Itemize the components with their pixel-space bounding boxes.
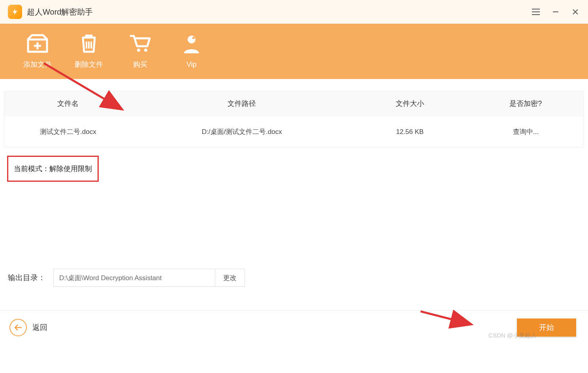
back-button[interactable]: 返回 [9, 319, 47, 336]
cart-icon [129, 34, 151, 53]
output-dir-label: 输出目录： [8, 273, 45, 283]
hamburger-icon [532, 8, 540, 15]
minimize-icon [552, 8, 559, 15]
output-dir-row: 输出目录： 更改 [8, 269, 245, 287]
delete-file-button[interactable]: 删除文件 [71, 34, 107, 69]
cell-filesize: 12.56 KB [352, 128, 468, 136]
buy-button[interactable]: 购买 [122, 34, 158, 69]
header-encrypted: 是否加密? [468, 99, 584, 108]
close-icon [572, 8, 579, 15]
output-dir-input[interactable] [53, 269, 215, 287]
add-file-icon [26, 34, 49, 53]
content-area: 文件名 文件路径 文件大小 是否加密? 测试文件二号.docx D:/桌面/测试… [0, 79, 588, 182]
main-toolbar: 添加文件 删除文件 购买 [0, 24, 588, 79]
add-file-label: 添加文件 [23, 60, 52, 69]
current-mode-text: 当前模式：解除使用限制 [14, 165, 92, 173]
cell-filename: 测试文件二号.docx [4, 127, 132, 136]
svg-point-15 [192, 37, 195, 39]
svg-point-12 [137, 49, 140, 52]
vip-button[interactable]: Vip [174, 34, 209, 69]
menu-button[interactable] [531, 7, 541, 17]
app-title: 超人Word解密助手 [27, 7, 93, 17]
back-label: 返回 [32, 322, 47, 333]
add-file-button[interactable]: 添加文件 [20, 34, 55, 69]
lightning-icon [11, 7, 19, 17]
svg-point-14 [188, 36, 195, 43]
cell-encrypted: 查询中... [468, 127, 584, 136]
current-mode-box: 当前模式：解除使用限制 [7, 156, 99, 182]
trash-icon [79, 34, 99, 53]
table-row[interactable]: 测试文件二号.docx D:/桌面/测试文件二号.docx 12.56 KB 查… [4, 116, 584, 147]
watermark: CSDN @小奥超人 [488, 332, 537, 339]
app-logo [8, 5, 22, 19]
titlebar: 超人Word解密助手 [0, 0, 588, 24]
header-filepath: 文件路径 [132, 99, 352, 108]
delete-file-label: 删除文件 [75, 60, 103, 69]
window-controls [531, 0, 580, 24]
header-filesize: 文件大小 [352, 99, 468, 108]
user-icon [182, 34, 201, 54]
change-dir-label: 更改 [223, 273, 237, 283]
vip-label: Vip [186, 60, 197, 69]
svg-point-13 [144, 49, 147, 52]
header-filename: 文件名 [4, 99, 132, 108]
change-dir-button[interactable]: 更改 [215, 269, 245, 287]
back-arrow-icon [9, 319, 27, 336]
cell-filepath: D:/桌面/测试文件二号.docx [132, 127, 352, 136]
buy-label: 购买 [133, 60, 147, 69]
file-table: 文件名 文件路径 文件大小 是否加密? 测试文件二号.docx D:/桌面/测试… [4, 91, 584, 148]
start-label: 开始 [539, 323, 554, 332]
minimize-button[interactable] [551, 7, 560, 17]
close-button[interactable] [571, 7, 580, 17]
table-header: 文件名 文件路径 文件大小 是否加密? [4, 91, 584, 116]
